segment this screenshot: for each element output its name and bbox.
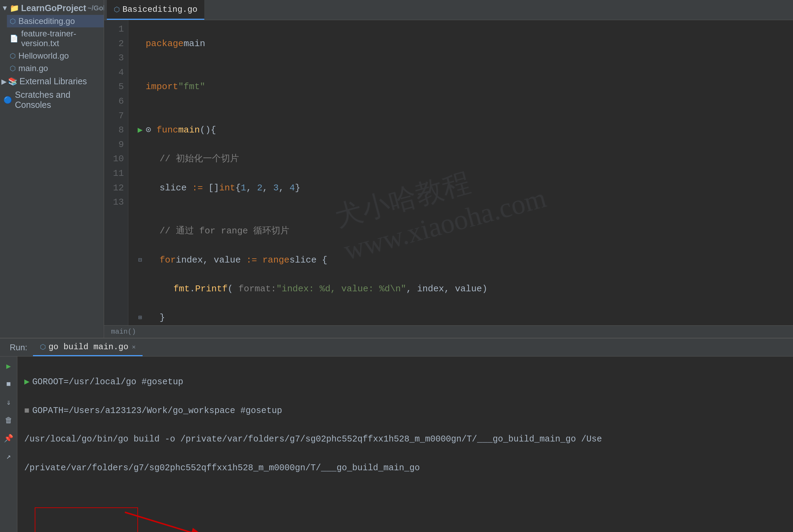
run-label-text: Run:: [10, 343, 27, 352]
file-name: main.go: [18, 63, 48, 73]
go-tab-icon: ⬡: [114, 5, 120, 14]
file-helloworld[interactable]: ⬡ Helloworld.go: [7, 50, 104, 62]
main-area: ▼ 📁 LearnGoProject ~/GolandProject ⬡ Bas…: [0, 0, 793, 338]
bottom-tab-bar: Run: ⬡ go build main.go ✕: [0, 338, 793, 357]
code-line-5: ▶⊙ func main() {: [135, 123, 786, 138]
folder-arrow-icon: ▼: [1, 4, 8, 12]
run-btn[interactable]: ▶: [2, 360, 15, 372]
txt-file-icon: 📄: [10, 34, 18, 43]
stop-btn[interactable]: ■: [2, 378, 15, 391]
file-name: Basicediting.go: [18, 16, 75, 26]
file-main[interactable]: ⬡ main.go: [7, 62, 104, 75]
output-text-1: GOROOT=/usr/local/go #gosetup: [32, 375, 183, 389]
external-libraries-item[interactable]: ▶ 📚 External Libraries: [0, 75, 104, 88]
output-text-2: GOPATH=/Users/a123123/Work/go_workspace …: [32, 404, 282, 418]
green-arrow-icon: ▶: [24, 375, 29, 389]
bottom-panel: Run: ⬡ go build main.go ✕ ▶ ■ ⇓ 🗑 📌 ↗ ▶G…: [0, 338, 793, 532]
lib-icon: 📚: [8, 77, 17, 86]
clear-btn[interactable]: 🗑: [2, 414, 15, 427]
editor-area: ⬡ Basicediting.go 1 2 3 4 5 6 7 8 9 10 1…: [104, 0, 793, 338]
file-feature-trainer[interactable]: 📄 feature-trainer-version.txt: [7, 27, 104, 50]
output-line-1: ▶GOROOT=/usr/local/go #gosetup: [24, 375, 786, 389]
file-name: feature-trainer-version.txt: [21, 29, 101, 48]
console-sidebar: ▶ ■ ⇓ 🗑 📌 ↗: [0, 357, 17, 532]
code-line-9: // 通过 for range 循环切片: [135, 224, 786, 239]
scratches-consoles-item[interactable]: 🔵 Scratches and Consoles: [0, 88, 104, 112]
status-bar: main(): [104, 325, 793, 338]
expand-btn[interactable]: ↗: [2, 450, 15, 463]
line-numbers: 1 2 3 4 5 6 7 8 9 10 11 12 13: [104, 20, 128, 325]
editor-tab-label: Basicediting.go: [122, 5, 197, 14]
sidebar: ▼ 📁 LearnGoProject ~/GolandProject ⬡ Bas…: [0, 0, 104, 338]
code-line-11: fmt.Printf( format: "index: %d, value: %…: [135, 282, 786, 297]
scratches-label: Scratches and Consoles: [15, 90, 100, 110]
output-line-3: /usr/local/go/bin/go build -o /private/v…: [24, 432, 786, 446]
code-line-6: // 初始化一个切片: [135, 152, 786, 166]
code-view: 1 2 3 4 5 6 7 8 9 10 11 12 13 package ma…: [104, 20, 793, 325]
file-basicediting[interactable]: ⬡ Basicediting.go: [7, 15, 104, 27]
console-area: ▶ ■ ⇓ 🗑 📌 ↗ ▶GOROOT=/usr/local/go #goset…: [0, 357, 793, 532]
project-folder[interactable]: ▼ 📁 LearnGoProject ~/GolandProject: [0, 1, 104, 15]
code-line-1: package main: [135, 37, 786, 51]
code-content[interactable]: package main import "fmt" ▶⊙ func main()…: [128, 20, 793, 325]
code-line-10: ⊟for index, value := range slice {: [135, 253, 786, 268]
gray-square-icon: ■: [24, 404, 29, 418]
code-line-3: import "fmt": [135, 80, 786, 94]
file-name: Helloworld.go: [18, 51, 69, 61]
output-box: index: 0, value: 1 index: 1, value: 2 in…: [35, 507, 138, 532]
output-line-2: ■GOPATH=/Users/a123123/Work/go_workspace…: [24, 404, 786, 418]
editor-tab-bar: ⬡ Basicediting.go: [104, 0, 793, 20]
run-tab-label: go build main.go: [49, 342, 128, 352]
output-text-4: /private/var/folders/g7/sg02phc552qffxx1…: [24, 461, 420, 475]
go-file-icon: ⬡: [10, 17, 16, 25]
editor-tab-basicediting[interactable]: ⬡ Basicediting.go: [107, 0, 204, 20]
gutter-12: ⊞: [135, 313, 145, 323]
code-line-12: ⊞}: [135, 311, 786, 325]
project-name: LearnGoProject: [21, 3, 86, 13]
output-text-3: /usr/local/go/bin/go build -o /private/v…: [24, 432, 602, 446]
scroll-btn[interactable]: ⇓: [2, 396, 15, 409]
run-tab-icon: ⬡: [40, 343, 46, 351]
code-line-7: slice := []int{1, 2, 3, 4}: [135, 181, 786, 196]
output-line-4: /private/var/folders/g7/sg02phc552qffxx1…: [24, 461, 786, 475]
run-tab-close[interactable]: ✕: [132, 343, 136, 351]
ext-libraries-label: External Libraries: [19, 76, 87, 86]
go-file-icon: ⬡: [10, 64, 16, 72]
project-children: ⬡ Basicediting.go 📄 feature-trainer-vers…: [0, 15, 104, 75]
gutter-5: ▶: [135, 124, 145, 137]
folder-icon: 📁: [10, 4, 19, 13]
console-output: ▶GOROOT=/usr/local/go #gosetup ■GOPATH=/…: [17, 357, 793, 532]
go-file-icon: ⬡: [10, 52, 16, 60]
gutter-10: ⊟: [135, 255, 145, 265]
status-text: main(): [111, 328, 136, 336]
pin-btn[interactable]: 📌: [2, 432, 15, 445]
run-tab[interactable]: ⬡ go build main.go ✕: [33, 338, 143, 356]
run-label: Run:: [4, 338, 33, 356]
ext-arrow-icon: ▶: [1, 77, 7, 86]
scratches-icon: 🔵: [3, 96, 12, 104]
